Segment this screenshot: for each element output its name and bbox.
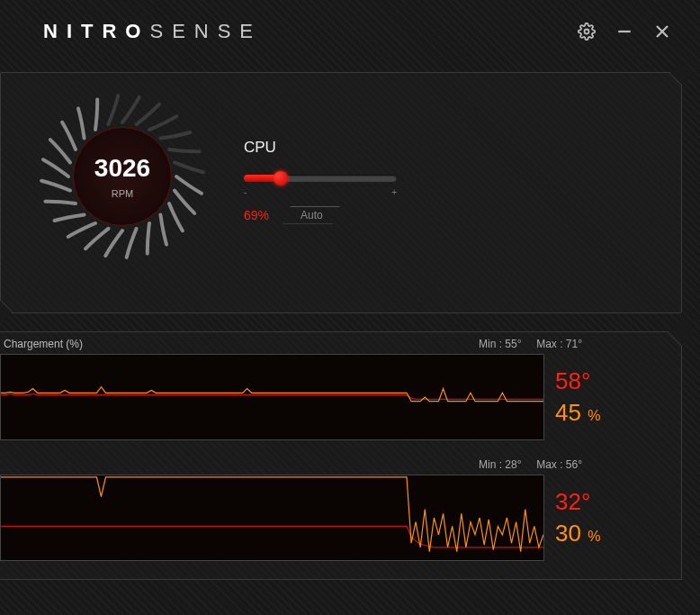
gear-icon[interactable] [576, 21, 597, 42]
load-axis-label: Chargement (%) [4, 338, 83, 350]
chart1-max: Max : 71° [536, 338, 582, 350]
logo-light: SENSE [149, 20, 262, 42]
app-logo: NITROSENSE [43, 20, 262, 43]
fan-percent: 69% [244, 208, 269, 222]
chart-cpu [0, 354, 544, 440]
slider-minus: - [244, 187, 247, 197]
auto-button[interactable]: Auto [283, 206, 340, 224]
svg-point-0 [585, 30, 589, 34]
window-controls [576, 21, 673, 42]
chart-gpu [0, 475, 544, 561]
gpu-load: 30 % [555, 520, 600, 547]
gpu-temp: 32° [555, 488, 600, 516]
chart2-max: Max : 56° [536, 458, 582, 471]
fan-panel: 3026 RPM CPU - + 69% Auto [0, 72, 682, 313]
cpu-temp: 58° [555, 367, 600, 395]
logo-bold: NITRO [43, 20, 149, 42]
fan-gauge: 3026 RPM [37, 91, 208, 262]
cpu-label: CPU [244, 139, 645, 157]
minimize-icon[interactable] [614, 21, 635, 42]
chart1-min: Min : 55° [479, 338, 521, 350]
fan-slider[interactable] [244, 175, 397, 182]
rpm-value: 3026 [94, 154, 150, 183]
cpu-load: 45 % [555, 399, 600, 427]
close-icon[interactable] [651, 21, 673, 42]
slider-plus: + [391, 187, 397, 197]
chart2-min: Min : 28° [479, 458, 521, 471]
rpm-unit: RPM [112, 188, 133, 199]
charts-panel: Chargement (%) Min : 55° Max : 71° 58° 4… [0, 331, 682, 580]
